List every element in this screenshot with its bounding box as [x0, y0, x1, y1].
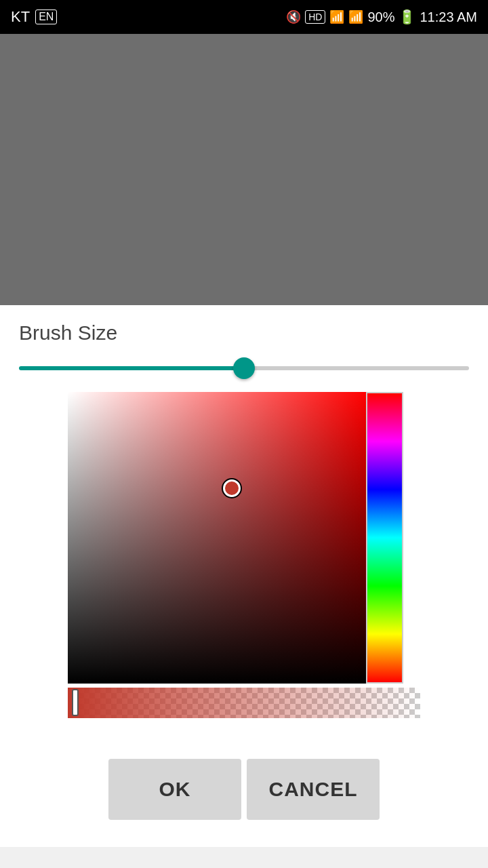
mute-icon: 🔇: [286, 9, 301, 24]
badge-icon: EN: [35, 9, 57, 24]
wifi-icon: 📶: [329, 9, 344, 24]
signal-icon: 📶: [348, 9, 363, 24]
battery-percent: 90%: [367, 9, 394, 25]
color-gradient-box[interactable]: [68, 392, 366, 684]
carrier-label: KT: [11, 8, 30, 26]
alpha-strip[interactable]: [68, 688, 420, 718]
cancel-button[interactable]: CANCEL: [247, 759, 380, 820]
gradient-dark: [68, 392, 366, 684]
dialog-panel: Brush Size OK CANCEL: [0, 305, 488, 847]
hd-icon: HD: [305, 10, 325, 24]
brush-size-section: Brush Size: [0, 305, 488, 392]
time-label: 11:23 AM: [420, 9, 477, 25]
brush-size-slider-container[interactable]: [19, 358, 469, 378]
hue-strip[interactable]: [366, 392, 403, 684]
alpha-gradient: [68, 688, 420, 718]
slider-thumb[interactable]: [233, 357, 255, 379]
color-picker-row: [68, 392, 420, 684]
canvas-area[interactable]: [0, 34, 488, 305]
buttons-area: OK CANCEL: [0, 745, 488, 847]
status-left: KT EN: [11, 8, 57, 26]
color-picker-section[interactable]: [0, 392, 488, 732]
slider-track: [19, 366, 469, 370]
status-right: 🔇 HD 📶 📶 90% 🔋 11:23 AM: [286, 9, 477, 25]
alpha-thumb[interactable]: [72, 689, 79, 716]
status-bar: KT EN 🔇 HD 📶 📶 90% 🔋 11:23 AM: [0, 0, 488, 34]
color-cursor[interactable]: [223, 479, 241, 497]
battery-icon: 🔋: [399, 9, 415, 25]
ok-button[interactable]: OK: [108, 759, 241, 820]
brush-size-label: Brush Size: [19, 321, 469, 344]
